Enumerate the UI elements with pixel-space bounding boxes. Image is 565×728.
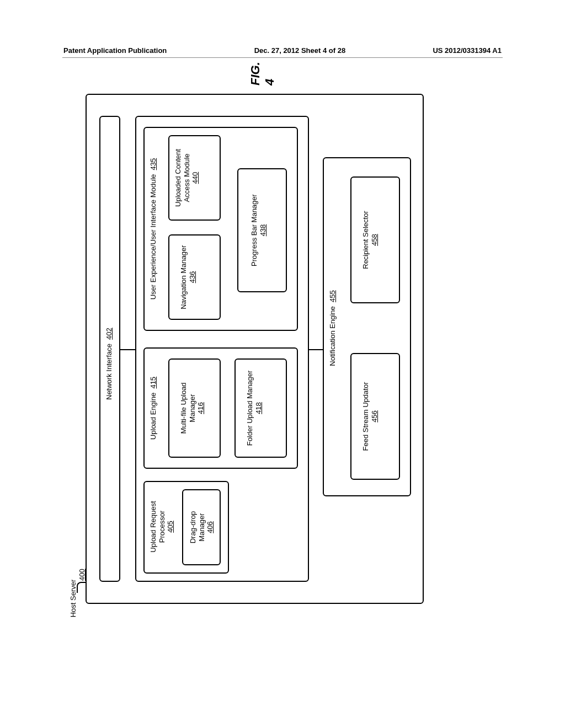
upload-engine-label: Upload Engine 415 <box>149 367 158 449</box>
host-server-label: Host Server <box>69 576 77 620</box>
uploaded-content-access-label: Uploaded Content Access Module 440 <box>174 143 200 212</box>
multi-file-upload-manager-label: Multi-file Upload Manager 416 <box>179 370 205 447</box>
header-divider <box>62 57 503 58</box>
drag-drop-manager-label: Drag-drop Manager 406 <box>189 497 215 557</box>
navigation-manager-label: Navigation Manager 436 <box>179 243 196 312</box>
header-left: Patent Application Publication <box>63 46 167 63</box>
ux-module-label: User Experience/User Interface Module 43… <box>149 146 158 312</box>
host-server-text: Host Server <box>69 580 77 618</box>
network-interface-label: Network Interface 402 <box>105 328 114 400</box>
recipient-selector-label: Recipient Selector 458 <box>361 196 379 284</box>
notification-engine-label: Notification Engine 455 <box>328 279 337 378</box>
connector-line-1 <box>120 349 135 350</box>
figure-label: FIG. 4 <box>248 62 277 85</box>
feed-stream-updator-label: Feed Stream Updator 456 <box>361 372 379 461</box>
diagram: Host Server 400 Network Interface 402 Up… <box>86 266 565 604</box>
folder-upload-manager-label: Folder Upload Manager 418 <box>246 370 263 447</box>
header-center: Dec. 27, 2012 Sheet 4 of 28 <box>254 46 345 63</box>
connector-line-2 <box>309 349 323 350</box>
progress-bar-manager-label: Progress Bar Manager 438 <box>250 185 267 276</box>
upload-request-processor-label: Upload Request Processor 405 <box>149 494 175 560</box>
page-header: Patent Application Publication Dec. 27, … <box>0 46 565 63</box>
header-right: US 2012/0331394 A1 <box>433 46 502 63</box>
